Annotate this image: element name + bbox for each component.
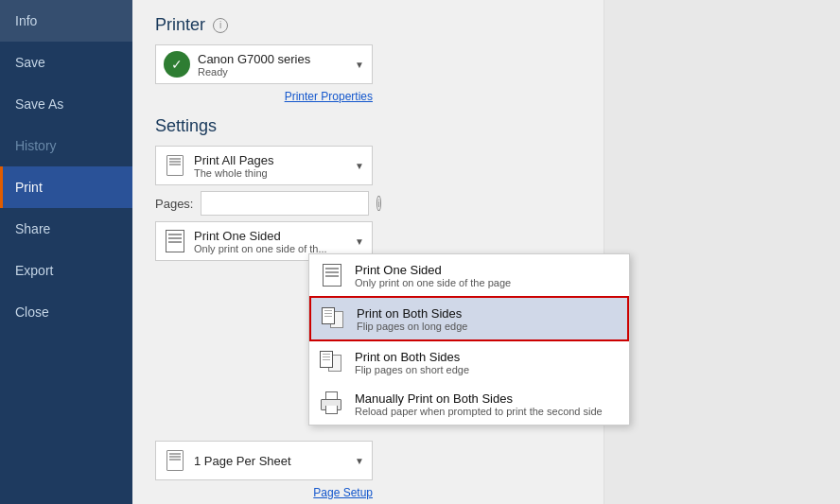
page-per-sheet-selector[interactable]: 1 Page Per Sheet ▼ [155, 441, 373, 480]
main-content: Printer i Canon G7000 series Ready ▼ Pri… [132, 0, 840, 504]
sidebar-item-print[interactable]: Print [0, 166, 132, 208]
sidebar-item-export[interactable]: Export [0, 250, 132, 291]
printer-properties-link[interactable]: Printer Properties [155, 90, 373, 103]
page-setup-link[interactable]: Page Setup [155, 486, 373, 499]
dropdown-item-main: Print on Both Sides [355, 350, 469, 364]
one-sided-icon [319, 262, 345, 288]
page-per-sheet-label: 1 Page Per Sheet [194, 454, 355, 468]
sidebar-item-label: History [15, 138, 57, 153]
printer-dropdown-arrow: ▼ [355, 60, 364, 70]
pages-input[interactable] [201, 191, 369, 216]
dropdown-item-main: Print One Sided [355, 263, 511, 277]
print-range-arrow: ▼ [355, 161, 364, 171]
print-range-icon [164, 152, 186, 179]
duplex-icon [164, 228, 186, 254]
sidebar-item-label: Print [15, 180, 43, 195]
dropdown-item-both-sides-long[interactable]: Print on Both Sides Flip pages on long e… [309, 296, 629, 341]
print-range-main: Print All Pages [194, 153, 355, 167]
page-per-sheet-arrow: ▼ [355, 456, 364, 466]
sidebar-item-label: Share [15, 221, 50, 236]
dropdown-item-one-sided[interactable]: Print One Sided Only print on one side o… [309, 254, 629, 296]
sidebar-item-close[interactable]: Close [0, 291, 132, 333]
print-range-sub: The whole thing [194, 167, 355, 179]
sidebar-item-label: Info [15, 13, 37, 28]
dropdown-item-both-sides-short[interactable]: Print on Both Sides Flip pages on short … [309, 341, 629, 383]
printer-status: Ready [198, 66, 355, 78]
sidebar-item-save-as[interactable]: Save As [0, 83, 132, 125]
dropdown-item-main: Manually Print on Both Sides [355, 391, 603, 406]
printer-info-icon[interactable]: i [213, 18, 228, 33]
both-sides-short-icon [319, 349, 345, 375]
dropdown-item-sub: Flip pages on short edge [355, 364, 469, 375]
sidebar: Info Save Save As History Print Share Ex… [0, 0, 132, 504]
printer-status-icon [164, 51, 190, 78]
duplex-arrow: ▼ [355, 236, 364, 247]
page-per-sheet-icon [164, 447, 186, 474]
sidebar-item-info[interactable]: Info [0, 0, 132, 42]
dropdown-item-main: Print on Both Sides [357, 306, 467, 321]
print-range-selector[interactable]: Print All Pages The whole thing ▼ [155, 146, 373, 185]
sidebar-item-share[interactable]: Share [0, 208, 132, 250]
duplex-sub: Only print on one side of th... [194, 243, 355, 254]
print-preview [604, 0, 840, 504]
dropdown-item-manually[interactable]: Manually Print on Both Sides Reload pape… [309, 383, 629, 425]
printer-selector[interactable]: Canon G7000 series Ready ▼ [155, 44, 373, 84]
sidebar-item-label: Save As [15, 96, 63, 112]
dropdown-item-sub: Only print on one side of the page [355, 277, 511, 288]
pages-row: Pages: i [155, 191, 373, 216]
duplex-dropdown: Print One Sided Only print on one side o… [308, 253, 630, 426]
pages-label: Pages: [155, 197, 193, 211]
manually-icon [319, 391, 345, 417]
sidebar-item-save[interactable]: Save [0, 42, 132, 83]
sidebar-item-label: Close [15, 304, 49, 320]
duplex-main: Print One Sided [194, 229, 355, 243]
both-sides-long-icon [321, 305, 347, 332]
sidebar-item-history: History [0, 125, 132, 166]
sidebar-item-label: Save [15, 55, 45, 70]
sidebar-item-label: Export [15, 263, 53, 278]
pages-info-icon[interactable]: i [376, 196, 380, 211]
dropdown-item-sub: Flip pages on long edge [357, 321, 467, 332]
dropdown-item-sub: Reload paper when prompted to print the … [355, 406, 603, 417]
printer-name: Canon G7000 series [198, 52, 355, 66]
